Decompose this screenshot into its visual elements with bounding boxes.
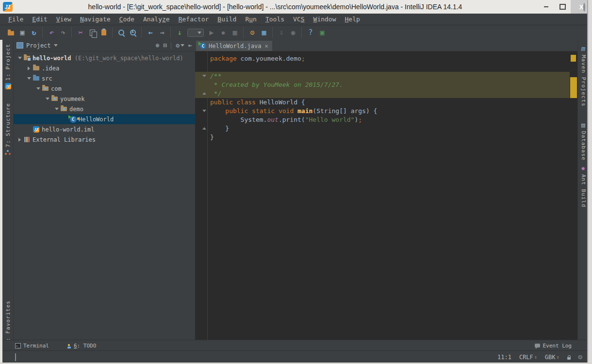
menu-build[interactable]: Build <box>213 15 241 24</box>
tab-helloworld-java[interactable]: C HelloWorld.java × <box>196 41 272 51</box>
search-everywhere-button[interactable] <box>583 4 585 11</box>
toolbar-save-format-icon[interactable]: ▣ <box>317 28 328 37</box>
toolbar-coverage-icon[interactable]: ▦ <box>230 28 240 37</box>
menu-window[interactable]: Window <box>309 15 341 24</box>
code-line-6[interactable]: public class HelloWorld { <box>195 98 570 107</box>
stripe-button-1-project[interactable]: 1: ProjectJI <box>5 44 11 89</box>
toolbar-cut-icon[interactable]: ✂ <box>75 28 86 37</box>
run-config-combo[interactable] <box>187 29 204 37</box>
event-log-button[interactable]: Event Log <box>535 343 572 349</box>
tree-arrow-icon[interactable] <box>16 138 23 142</box>
toolbar-help-icon[interactable]: ? <box>305 28 316 37</box>
toolbar-replace-icon[interactable]: A <box>128 28 138 37</box>
tree-arrow-icon[interactable] <box>16 57 23 59</box>
toolbar-forward-icon[interactable]: → <box>157 28 167 37</box>
toolbar-android-icon[interactable]: ◉ <box>288 28 298 37</box>
tree-arrow-icon[interactable] <box>26 77 32 80</box>
toolbar-separator <box>243 28 244 37</box>
minimize-button[interactable] <box>538 0 554 14</box>
toolbar-project-structure-icon[interactable]: ▦ <box>259 28 269 37</box>
menu-file[interactable]: File <box>4 15 28 24</box>
close-tab-icon[interactable]: × <box>264 43 268 50</box>
menu-vcs[interactable]: VCS <box>289 15 309 24</box>
code-line-9[interactable]: } <box>195 124 570 133</box>
stripe-button-ant-build[interactable]: ✺Ant Build <box>580 165 587 208</box>
error-stripe-mark[interactable] <box>570 77 577 98</box>
toolbar-sync-icon[interactable]: ↻ <box>29 28 39 37</box>
line-separator-widget[interactable]: CRLF <box>519 354 537 361</box>
tree-row-com[interactable]: com <box>14 83 195 94</box>
todo-button[interactable]: 6: TODO <box>67 343 96 349</box>
class-icon: C <box>69 116 77 123</box>
locate-file-button[interactable]: ⊕ <box>156 42 160 49</box>
toolbar-update-project-icon[interactable]: ↓ <box>174 28 185 37</box>
stripe-button-7-structure[interactable]: 7: Structure <box>5 103 11 154</box>
toolbar-redo-icon[interactable]: ↷ <box>58 28 68 37</box>
window-border-right[interactable] <box>587 0 592 364</box>
error-stripe-mark[interactable] <box>571 55 576 62</box>
tree-row--idea[interactable]: .idea <box>14 63 195 73</box>
menu-run[interactable]: Run <box>241 15 261 24</box>
tree-row-demo[interactable]: demo <box>14 104 195 114</box>
toolbar-export-icon[interactable]: ⇩ <box>276 28 287 37</box>
toolbar-paste-icon[interactable] <box>99 28 109 37</box>
menu-help[interactable]: Help <box>341 15 364 24</box>
caret-position-widget[interactable]: 11:1 <box>497 354 511 361</box>
toolbar-back-icon[interactable]: ← <box>145 28 156 37</box>
toolbar-copy-icon[interactable] <box>87 28 98 37</box>
terminal-button[interactable]: >_ Terminal <box>15 343 49 349</box>
menu-view[interactable]: View <box>52 15 76 24</box>
hide-panel-button[interactable]: ⇤ <box>188 42 192 49</box>
toolbar-settings-icon[interactable]: ⚙ <box>247 28 258 37</box>
toolbar-find-icon[interactable] <box>116 28 127 37</box>
toolbar-open-icon[interactable] <box>5 28 16 37</box>
tree-row-helloworld[interactable]: CHelloWorld <box>14 114 195 124</box>
chevron-down-icon[interactable] <box>54 44 58 47</box>
tree-row-youmeek[interactable]: youmeek <box>14 94 195 104</box>
tree-row-src[interactable]: src <box>14 73 195 83</box>
menu-analyze[interactable]: Analyze <box>139 15 174 24</box>
code-line-4[interactable]: * Created by YouMeek on 2015/7/27. <box>195 81 570 89</box>
code-line-5[interactable]: */ <box>195 89 570 98</box>
tool-window-switcher-button[interactable] <box>15 354 16 361</box>
fold-marker-icon[interactable] <box>202 74 206 78</box>
title-bar[interactable]: JI hello-world - [E:\git_work_space\hell… <box>0 0 592 14</box>
menu-code[interactable]: Code <box>115 15 139 24</box>
gear-icon[interactable]: ⚙ <box>176 42 184 49</box>
code-line-8[interactable]: System.out.print("Hello world"); <box>195 116 570 124</box>
tree-row-hello-world[interactable]: hello-world (E:\git_work_space\hello-wor… <box>14 53 195 63</box>
stripe-button-database[interactable]: ▤Database <box>580 121 587 161</box>
tree-arrow-icon[interactable] <box>35 87 41 90</box>
fold-marker-icon[interactable] <box>202 126 206 131</box>
fold-marker-icon[interactable] <box>202 91 206 96</box>
project-view-icon <box>16 42 23 49</box>
tree-arrow-icon[interactable] <box>53 108 60 110</box>
toolbar-save-all-icon[interactable]: ▣ <box>17 28 28 37</box>
tree-row-external-libraries[interactable]: External Libraries <box>14 134 195 145</box>
tree-row-hello-world-iml[interactable]: JIhello-world.iml <box>14 124 195 134</box>
tree-arrow-icon[interactable] <box>26 66 32 70</box>
stripe-button-maven-projects[interactable]: mMaven Projects <box>580 45 587 107</box>
fold-marker-icon[interactable] <box>202 109 206 113</box>
readonly-toggle[interactable] <box>567 355 571 360</box>
toolbar-undo-icon[interactable]: ↶ <box>46 28 57 37</box>
code-line-10[interactable]: } <box>195 133 570 142</box>
encoding-widget[interactable]: GBK <box>545 354 559 361</box>
code-line-3[interactable]: /** <box>195 72 570 81</box>
hector-inspector-button[interactable]: ☺ <box>578 353 582 361</box>
menu-edit[interactable]: Edit <box>28 15 51 24</box>
maximize-button[interactable] <box>554 0 571 14</box>
menu-navigate[interactable]: Navigate <box>76 15 115 24</box>
code-line-7[interactable]: public static void main(String[] args) { <box>195 107 570 116</box>
tree-arrow-icon[interactable] <box>44 98 50 100</box>
menu-tools[interactable]: Tools <box>261 15 289 24</box>
collapse-all-button[interactable]: ⊟ <box>164 42 167 49</box>
intellij-window: JI hello-world - [E:\git_work_space\hell… <box>0 0 592 364</box>
code-line-2[interactable] <box>195 63 570 72</box>
menu-refactor[interactable]: Refactor <box>174 15 214 24</box>
switcher-grid-icon <box>15 353 16 361</box>
toolbar-debug-icon[interactable]: ✹ <box>218 28 229 37</box>
toolbar-run-icon[interactable]: ▶ <box>206 28 217 37</box>
code-editor[interactable]: package com.youmeek.demo;/** * Created b… <box>195 51 577 340</box>
code-line-1[interactable]: package com.youmeek.demo; <box>195 54 570 63</box>
